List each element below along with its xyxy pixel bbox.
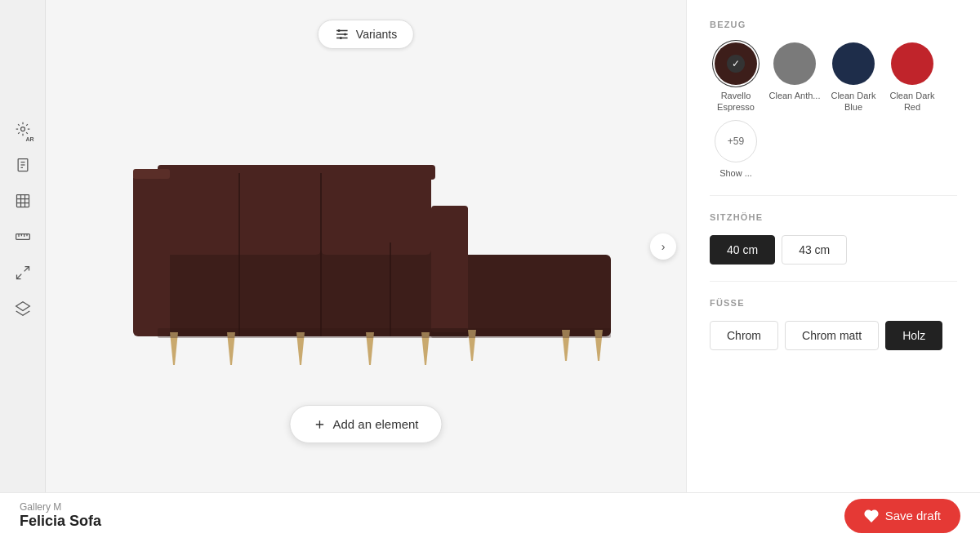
sitzhohe-options: 40 cm 43 cm	[710, 235, 957, 265]
color-swatches: ✓ RavelloEspresso Clean Anth... Clean Da…	[710, 42, 957, 179]
layers-button[interactable]	[8, 294, 38, 323]
svg-rect-21	[133, 173, 170, 336]
ruler-button[interactable]	[8, 222, 38, 251]
svg-point-0	[20, 127, 24, 131]
sitzhohe-40-button[interactable]: 40 cm	[710, 235, 775, 265]
more-circle: +59	[715, 120, 757, 162]
svg-rect-18	[158, 242, 468, 336]
product-info: Gallery M Felicia Sofa	[20, 501, 101, 530]
canvas-area: Variants	[46, 0, 686, 492]
bezug-section-title: BEZUG	[710, 20, 957, 29]
document-button[interactable]	[8, 150, 38, 180]
ar-button[interactable]: AR	[8, 114, 38, 144]
variants-button[interactable]: Variants	[318, 20, 414, 49]
swatch-ravello[interactable]: ✓ RavelloEspresso	[710, 42, 762, 113]
sitzhohe-40-label: 40 cm	[727, 243, 758, 256]
variants-label: Variants	[356, 28, 397, 41]
swatch-label-dark-red: Clean DarkRed	[889, 90, 934, 113]
swatch-circle-anthracite	[773, 42, 816, 85]
fusse-chrom-matt-label: Chrom matt	[802, 329, 862, 342]
show-more-label: Show ...	[719, 167, 752, 179]
variants-icon	[335, 27, 350, 42]
heart-icon	[864, 509, 879, 523]
right-panel: BEZUG ✓ RavelloEspresso Clean Anth... Cl…	[686, 0, 980, 492]
next-arrow-button[interactable]: ›	[650, 233, 676, 260]
svg-point-14	[338, 29, 341, 32]
fusse-holz-button[interactable]: Holz	[885, 321, 942, 350]
left-toolbar: AR	[0, 0, 46, 492]
divider-1	[710, 195, 957, 196]
svg-point-15	[344, 33, 346, 36]
plus-icon	[313, 418, 326, 431]
save-draft-label: Save draft	[885, 509, 941, 522]
swatch-circle-dark-blue	[832, 42, 875, 85]
divider-2	[710, 281, 957, 282]
svg-point-16	[340, 37, 342, 39]
ar-label: AR	[25, 136, 33, 142]
fusse-options: Chrom Chrom matt Holz	[710, 321, 957, 350]
svg-rect-6	[16, 234, 29, 240]
svg-rect-20	[321, 173, 431, 255]
swatch-label-ravello: RavelloEspresso	[717, 90, 755, 113]
svg-rect-39	[158, 328, 468, 338]
check-icon-ravello: ✓	[727, 55, 745, 73]
bottom-bar: Gallery M Felicia Sofa Save draft	[0, 492, 980, 538]
fusse-section-title: FÜSSE	[710, 298, 957, 308]
swatch-dark-red[interactable]: Clean DarkRed	[886, 42, 938, 113]
sitzhohe-43-button[interactable]: 43 cm	[782, 235, 847, 265]
sitzhohe-43-label: 43 cm	[799, 243, 830, 256]
swatch-label-dark-blue: Clean DarkBlue	[831, 90, 875, 113]
resize-button[interactable]	[8, 186, 38, 216]
swatch-circle-ravello: ✓	[715, 42, 757, 85]
svg-line-11	[24, 267, 29, 272]
swatch-more[interactable]: +59 Show ...	[710, 120, 762, 179]
svg-rect-22	[158, 165, 435, 180]
fusse-holz-label: Holz	[902, 329, 925, 342]
swatch-dark-blue[interactable]: Clean DarkBlue	[827, 42, 880, 113]
chevron-right-icon: ›	[662, 240, 666, 253]
add-element-button[interactable]: Add an element	[289, 405, 442, 443]
add-element-label: Add an element	[332, 417, 418, 431]
sofa-svg	[88, 91, 644, 402]
fusse-chrom-label: Chrom	[727, 329, 761, 342]
svg-line-12	[16, 274, 21, 279]
save-draft-button[interactable]: Save draft	[844, 499, 960, 533]
svg-rect-23	[431, 206, 468, 332]
svg-rect-37	[133, 169, 170, 179]
svg-marker-13	[16, 302, 29, 311]
swatch-label-anthracite: Clean Anth...	[769, 90, 821, 101]
product-title: Felicia Sofa	[20, 513, 101, 530]
svg-rect-5	[16, 195, 29, 207]
swatch-circle-dark-red	[891, 42, 933, 85]
expand-button[interactable]	[8, 258, 38, 287]
more-count: +59	[728, 136, 744, 147]
fusse-chrom-matt-button[interactable]: Chrom matt	[785, 321, 879, 350]
sitzhohe-section-title: SITZHÖHE	[710, 212, 957, 222]
fusse-chrom-button[interactable]: Chrom	[710, 321, 778, 350]
swatch-anthracite[interactable]: Clean Anth...	[768, 42, 821, 113]
product-subtitle: Gallery M	[20, 501, 101, 513]
